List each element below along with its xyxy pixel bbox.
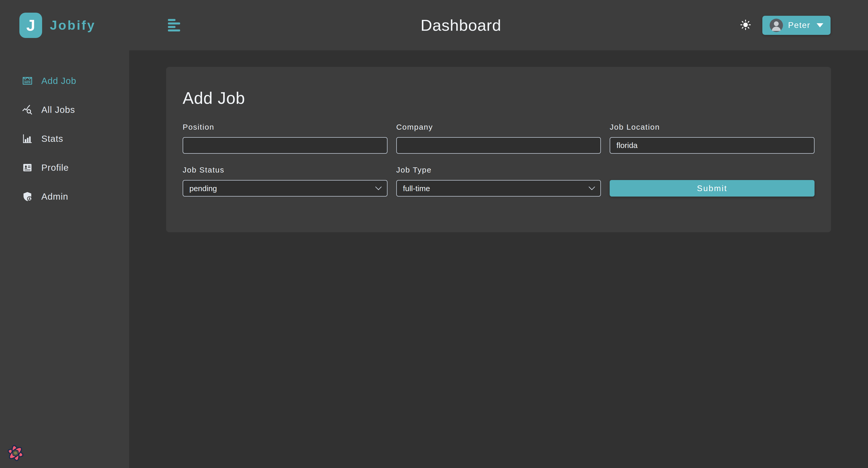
user-name: Peter — [788, 21, 810, 30]
sidebar-item-label: All Jobs — [41, 104, 75, 115]
brand-name: Jobify — [50, 18, 96, 33]
query-stats-icon — [22, 104, 33, 115]
theme-toggle-button[interactable] — [740, 19, 751, 31]
app-root: J Jobify Add Job — [0, 0, 868, 468]
caret-down-icon — [816, 23, 823, 27]
sun-icon — [740, 19, 751, 31]
company-field: Company — [396, 123, 601, 154]
logo-icon: J — [20, 13, 42, 38]
align-left-icon — [168, 18, 182, 33]
company-input[interactable] — [396, 137, 601, 154]
sidebar: J Jobify Add Job — [0, 0, 129, 468]
job-type-select[interactable]: full-time — [396, 180, 601, 196]
react-query-devtools-button[interactable] — [6, 444, 25, 462]
job-location-field: Job Location — [610, 123, 814, 154]
sidebar-item-all-jobs[interactable]: All Jobs — [0, 95, 129, 124]
admin-shield-icon — [22, 191, 33, 202]
job-status-select[interactable]: pending — [183, 180, 388, 196]
page-title: Dashboard — [421, 16, 501, 34]
main-content: Add Job Position Company Job Location Jo… — [129, 50, 868, 468]
sidebar-item-admin[interactable]: Admin — [0, 182, 129, 211]
sidebar-item-label: Stats — [41, 133, 63, 144]
sidebar-item-label: Profile — [41, 162, 69, 173]
logo-letter: J — [26, 16, 35, 34]
job-type-label: Job Type — [396, 165, 601, 174]
sidebar-nav: Add Job All Jobs — [0, 66, 129, 211]
job-location-label: Job Location — [610, 123, 814, 131]
sidebar-item-profile[interactable]: Profile — [0, 153, 129, 182]
user-menu-button[interactable]: Peter — [762, 16, 831, 35]
sidebar-toggle-button[interactable] — [168, 18, 182, 33]
position-label: Position — [183, 123, 388, 131]
add-job-form: Position Company Job Location Job Status… — [183, 123, 814, 196]
job-status-label: Job Status — [183, 165, 388, 174]
form-icon — [22, 76, 33, 86]
sidebar-item-stats[interactable]: Stats — [0, 124, 129, 153]
header: Dashboard — [129, 0, 868, 50]
sidebar-item-label: Add Job — [41, 76, 76, 86]
job-type-field: Job Type full-time — [396, 165, 601, 196]
position-field: Position — [183, 123, 388, 154]
id-card-icon — [22, 162, 33, 173]
sidebar-item-add-job[interactable]: Add Job — [0, 66, 129, 95]
add-job-form-card: Add Job Position Company Job Location Jo… — [166, 67, 831, 232]
react-query-flower-icon — [6, 459, 25, 463]
job-status-field: Job Status pending — [183, 165, 388, 196]
header-actions: Peter — [740, 16, 831, 35]
bar-chart-icon — [22, 133, 33, 144]
job-location-input[interactable] — [610, 137, 814, 154]
form-title: Add Job — [183, 89, 814, 108]
sidebar-item-label: Admin — [41, 191, 68, 202]
brand-logo: J Jobify — [0, 0, 129, 50]
position-input[interactable] — [183, 137, 388, 154]
company-label: Company — [396, 123, 601, 131]
submit-button[interactable]: Submit — [610, 180, 814, 196]
avatar — [770, 19, 783, 32]
submit-cell: Submit — [610, 180, 814, 196]
